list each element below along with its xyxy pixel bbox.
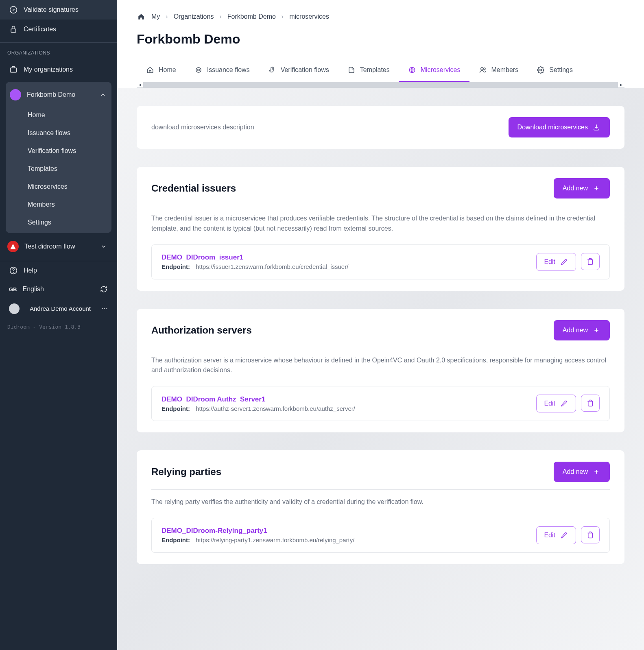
issuer-item-row: DEMO_DIDroom_issuer1 Endpoint: https://i… [151, 244, 610, 279]
header-area: My › Organizations › Forkbomb Demo › mic… [117, 0, 644, 88]
lock-icon [9, 25, 18, 34]
button-label: Add new [563, 327, 588, 334]
svg-point-5 [102, 308, 103, 309]
plus-icon [592, 326, 601, 335]
trash-icon [586, 399, 595, 408]
edit-button[interactable]: Edit [536, 526, 576, 544]
org-sub-templates[interactable]: Templates [6, 160, 111, 178]
org-sub-members[interactable]: Members [6, 196, 111, 214]
svg-point-13 [540, 69, 542, 71]
relying-parties-card: Relying parties Add new The relying part… [137, 450, 624, 564]
section-title: Relying parties [151, 466, 221, 478]
version-text: Didroom - Version 1.8.3 [0, 319, 117, 335]
org-sub-issuance-flows[interactable]: Issuance flows [6, 124, 111, 142]
chevron-right-icon: › [166, 13, 168, 20]
tab-verification-flows[interactable]: Verification flows [259, 59, 338, 82]
sidebar-item-help[interactable]: Help [0, 261, 117, 280]
button-label: Edit [544, 258, 555, 266]
language-label: English [23, 286, 94, 293]
page-title: Forkbomb Demo [137, 32, 624, 47]
scroll-right-icon[interactable]: ▸ [618, 82, 624, 87]
sidebar-item-label: Help [24, 267, 37, 274]
organizations-header: Organizations [0, 43, 117, 60]
divider [151, 348, 610, 348]
user-name: Andrea Demo Account [25, 305, 95, 313]
item-name-link[interactable]: DEMO_DIDroom-Relying_party1 [162, 527, 528, 535]
org-name: Forkbomb Demo [27, 91, 93, 98]
delete-button[interactable] [581, 395, 600, 412]
sidebar-item-test-didroom[interactable]: Test didroom flow [0, 236, 117, 257]
tab-label: Templates [360, 66, 390, 74]
svg-point-9 [197, 69, 199, 71]
crumb-microservices[interactable]: microservices [289, 13, 329, 20]
endpoint-value: https://relying-party1.zenswarm.forkbomb… [196, 537, 354, 543]
active-org-toggle[interactable]: Forkbomb Demo [6, 83, 111, 106]
tab-label: Members [491, 66, 519, 74]
tab-members[interactable]: Members [469, 59, 528, 82]
tab-issuance-flows[interactable]: Issuance flows [185, 59, 259, 82]
edit-button[interactable]: Edit [536, 395, 576, 412]
tab-microservices[interactable]: Microservices [399, 59, 469, 82]
sidebar-item-validate-signatures[interactable]: Validate signatures [0, 0, 117, 20]
add-new-authz-button[interactable]: Add new [554, 320, 610, 340]
edit-button[interactable]: Edit [536, 253, 576, 271]
button-label: Add new [563, 468, 588, 476]
chevron-right-icon: › [219, 13, 221, 20]
active-org-block: Forkbomb Demo Home Issuance flows Verifi… [6, 82, 111, 233]
crumb-org-name[interactable]: Forkbomb Demo [227, 13, 276, 20]
org-sub-verification-flows[interactable]: Verification flows [6, 142, 111, 160]
delete-button[interactable] [581, 526, 600, 543]
crumb-my[interactable]: My [151, 13, 160, 20]
section-description: The relying party verifies the authentic… [151, 497, 610, 507]
org-sub-home[interactable]: Home [6, 106, 111, 124]
svg-point-11 [480, 68, 483, 70]
tab-templates[interactable]: Templates [338, 59, 399, 82]
svg-point-12 [483, 68, 485, 70]
horizontal-scrollbar[interactable]: ◂ ▸ [137, 82, 624, 88]
sidebar-item-my-organizations[interactable]: My organizations [0, 60, 117, 79]
tab-settings[interactable]: Settings [527, 59, 582, 82]
button-label: Edit [544, 400, 555, 407]
tab-label: Settings [549, 66, 573, 74]
tab-label: Microservices [421, 66, 461, 74]
user-account-row[interactable]: Andrea Demo Account [0, 299, 117, 319]
sidebar-item-label: Validate signatures [24, 6, 79, 13]
tab-label: Verification flows [281, 66, 329, 74]
org-sub-settings[interactable]: Settings [6, 214, 111, 231]
button-label: Download microservices [517, 124, 588, 131]
more-icon[interactable] [101, 305, 108, 312]
crumb-organizations[interactable]: Organizations [174, 13, 214, 20]
home-icon[interactable] [137, 12, 146, 21]
add-new-issuer-button[interactable]: Add new [554, 178, 610, 198]
breadcrumb: My › Organizations › Forkbomb Demo › mic… [137, 12, 624, 21]
endpoint-label: Endpoint: [162, 263, 190, 270]
gear-icon [536, 65, 545, 74]
pencil-icon [559, 531, 568, 540]
endpoint-value: https://issuer1.zenswarm.forkbomb.eu/cre… [196, 263, 348, 270]
trash-icon [586, 530, 595, 539]
sidebar-item-label: Certificates [24, 26, 56, 33]
org-avatar [7, 241, 19, 252]
divider [151, 489, 610, 490]
add-new-relying-button[interactable]: Add new [554, 462, 610, 482]
users-icon [478, 65, 487, 74]
plus-icon [592, 184, 601, 193]
section-title: Authorization servers [151, 325, 252, 336]
delete-button[interactable] [581, 253, 600, 270]
scroll-left-icon[interactable]: ◂ [137, 82, 143, 87]
download-microservices-button[interactable]: Download microservices [509, 117, 610, 137]
org-sub-microservices[interactable]: Microservices [6, 178, 111, 196]
language-selector[interactable]: GB English [0, 280, 117, 299]
svg-point-4 [13, 272, 14, 273]
file-icon [347, 65, 356, 74]
pencil-icon [559, 399, 568, 408]
item-endpoint: Endpoint: https://relying-party1.zenswar… [162, 537, 528, 543]
target-icon [194, 65, 203, 74]
refresh-icon[interactable] [99, 285, 108, 294]
item-name-link[interactable]: DEMO_DIDroom Authz_Server1 [162, 395, 528, 404]
sidebar-item-certificates[interactable]: Certificates [0, 20, 117, 39]
user-avatar [9, 303, 20, 314]
item-name-link[interactable]: DEMO_DIDroom_issuer1 [162, 253, 528, 262]
relying-item-row: DEMO_DIDroom-Relying_party1 Endpoint: ht… [151, 518, 610, 553]
tab-home[interactable]: Home [137, 59, 185, 82]
